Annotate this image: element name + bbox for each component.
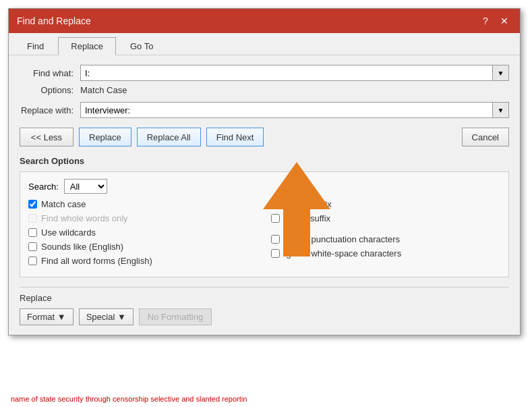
dialog-title: Find and Replace	[17, 16, 91, 26]
replace-all-button[interactable]: Replace All	[137, 128, 201, 146]
sounds-like-checkbox[interactable]	[28, 242, 37, 251]
ignore-space-row: Ignore white-space characters	[271, 248, 500, 259]
match-case-row: Match case	[28, 199, 258, 209]
whole-words-checkbox[interactable]	[28, 214, 37, 223]
ignore-punct-checkbox[interactable]	[271, 235, 280, 244]
find-what-row: Find what: ▼	[20, 65, 509, 81]
find-what-label: Find what:	[20, 68, 80, 78]
ignore-space-checkbox[interactable]	[271, 249, 280, 258]
wildcards-label: Use wildcards	[41, 227, 96, 238]
ignore-space-label: Ignore white-space characters	[284, 248, 401, 259]
no-formatting-label: No Formatting	[148, 312, 203, 322]
dialog-body: Find what: ▼ Options: Match Case Replace…	[9, 55, 520, 335]
sounds-like-row: Sounds like (English)	[28, 242, 258, 252]
match-prefix-label: Match prefix	[284, 199, 332, 209]
format-button[interactable]: Format ▼	[20, 308, 73, 325]
match-prefix-checkbox[interactable]	[271, 200, 280, 209]
find-what-input[interactable]	[80, 65, 493, 81]
search-select[interactable]: All Up Down	[64, 179, 107, 194]
replace-with-dropdown[interactable]: ▼	[493, 102, 509, 118]
button-row: << Less Replace Replace All Find Next Ca…	[20, 128, 509, 146]
replace-section: Replace Format ▼ Special ▼ No Formatting	[20, 287, 509, 325]
match-prefix-row: Match prefix	[271, 199, 500, 209]
help-button[interactable]: ?	[478, 13, 493, 28]
all-word-forms-label: Find all word forms (English)	[41, 256, 152, 266]
dialog-overlay: Find and Replace ? ✕ Find Replace Go To …	[0, 0, 532, 407]
options-col-right: Match prefix Match suffix Ignore punctua…	[271, 199, 500, 270]
find-what-input-wrap: ▼	[80, 65, 509, 81]
special-button[interactable]: Special ▼	[79, 308, 134, 325]
match-suffix-checkbox[interactable]	[271, 214, 280, 223]
replace-with-label: Replace with:	[20, 105, 80, 115]
replace-with-input-wrap: ▼	[80, 102, 509, 118]
less-button[interactable]: << Less	[20, 128, 73, 146]
ignore-punct-row: Ignore punctuation characters	[271, 234, 500, 244]
replace-section-label: Replace	[20, 293, 509, 303]
match-case-checkbox[interactable]	[28, 200, 37, 209]
no-formatting-button: No Formatting	[139, 308, 212, 325]
replace-button[interactable]: Replace	[79, 128, 131, 146]
replace-with-input[interactable]	[80, 102, 493, 118]
search-options-box: Search: All Up Down Match case	[20, 171, 509, 277]
whole-words-label: Find whole words only	[41, 213, 128, 223]
find-replace-dialog: Find and Replace ? ✕ Find Replace Go To …	[8, 8, 521, 335]
wildcards-checkbox[interactable]	[28, 228, 37, 237]
find-next-button[interactable]: Find Next	[206, 128, 264, 146]
options-value: Match Case	[80, 85, 127, 95]
match-suffix-row: Match suffix	[271, 213, 500, 223]
special-label: Special ▼	[86, 312, 126, 322]
title-bar: Find and Replace ? ✕	[9, 9, 520, 33]
all-word-forms-checkbox[interactable]	[28, 256, 37, 265]
tab-replace[interactable]: Replace	[58, 37, 116, 55]
replace-with-row: Replace with: ▼	[20, 102, 509, 118]
options-col-left: Match case Find whole words only Use wil…	[28, 199, 258, 270]
title-bar-controls: ? ✕	[478, 13, 512, 28]
search-type-row: Search: All Up Down	[28, 179, 500, 194]
search-options-label: Search Options	[20, 156, 509, 166]
format-label: Format ▼	[27, 312, 66, 322]
tab-goto[interactable]: Go To	[117, 37, 166, 55]
cancel-button[interactable]: Cancel	[462, 128, 509, 146]
all-word-forms-row: Find all word forms (English)	[28, 256, 258, 266]
sounds-like-label: Sounds like (English)	[41, 242, 123, 252]
match-suffix-label: Match suffix	[284, 213, 330, 223]
search-label: Search:	[28, 182, 59, 192]
find-what-dropdown[interactable]: ▼	[493, 65, 509, 81]
options-two-col: Match case Find whole words only Use wil…	[28, 199, 500, 270]
wildcards-row: Use wildcards	[28, 227, 258, 238]
options-row: Options: Match Case	[20, 85, 509, 95]
options-label: Options:	[20, 85, 80, 95]
tab-bar: Find Replace Go To	[9, 33, 520, 55]
ignore-punct-label: Ignore punctuation characters	[284, 234, 400, 244]
match-case-label: Match case	[41, 199, 86, 209]
format-row: Format ▼ Special ▼ No Formatting	[20, 308, 509, 325]
tab-find[interactable]: Find	[14, 37, 57, 55]
close-button[interactable]: ✕	[497, 13, 512, 28]
whole-words-row: Find whole words only	[28, 213, 258, 223]
